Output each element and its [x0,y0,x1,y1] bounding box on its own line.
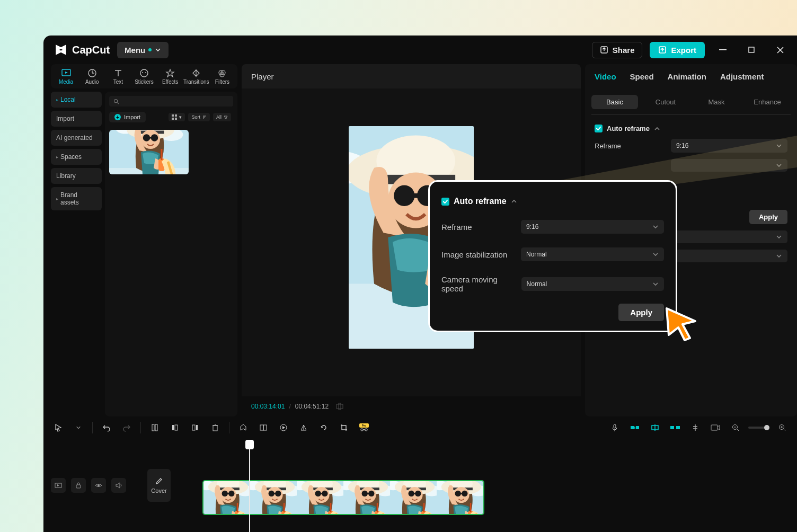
smart-cut-button[interactable]: Pro [357,420,371,435]
side-item-import[interactable]: Import [51,111,102,127]
selection-tool-dropdown[interactable] [71,420,86,435]
crop-button[interactable] [336,420,351,435]
timecode-total: 00:04:51:12 [295,403,329,410]
redo-button[interactable] [119,420,134,435]
auto-reframe-checkbox-row[interactable]: Auto reframe [595,121,787,136]
collapse-icon [511,198,517,205]
share-button[interactable]: Share [592,42,643,58]
inspector-tab-adjustment[interactable]: Adjustment [720,72,764,81]
window-close-button[interactable] [769,39,791,60]
media-search-input[interactable] [109,96,233,107]
reframe-select[interactable]: 9:16 [671,139,787,153]
selection-tool[interactable] [51,420,66,435]
playhead[interactable] [249,441,250,532]
tab-effects[interactable]: Effects [157,68,183,85]
subtab-basic[interactable]: Basic [591,95,638,109]
tab-stickers[interactable]: Stickers [131,68,157,85]
rotate-button[interactable] [316,420,331,435]
chevron-down-icon [652,281,659,287]
snap-3[interactable] [668,420,683,435]
callout-apply-button[interactable]: Apply [618,304,664,321]
share-label: Share [613,46,635,55]
svg-point-58 [98,484,100,486]
video-clip[interactable] [202,480,484,515]
align-button[interactable] [688,420,703,435]
select-extra-2[interactable] [671,250,787,262]
auto-reframe-checkbox[interactable] [595,125,603,132]
callout-reframe-select[interactable]: 9:16 [521,220,664,234]
mirror-button[interactable] [296,420,311,435]
export-button[interactable]: Export [650,42,705,58]
reframe-select-2[interactable] [671,159,787,172]
import-button[interactable]: +Import [109,112,146,122]
group-button[interactable] [256,420,271,435]
callout-auto-reframe-checkbox[interactable] [441,198,449,206]
tab-media[interactable]: Media [53,68,79,85]
svg-rect-51 [670,426,674,429]
menu-button[interactable]: Menu [117,42,169,58]
callout-reframe-label: Reframe [441,223,472,232]
track-mute-icon[interactable] [111,478,126,493]
media-bin: +Import ▾ Sort All [105,92,237,416]
side-item-local[interactable]: ▸Local [51,92,102,108]
trim-left-button[interactable] [167,420,182,435]
apply-button[interactable]: Apply [749,210,787,224]
export-icon [658,46,667,54]
side-item-brand[interactable]: ▸Brand assets [51,187,102,210]
delete-button[interactable] [208,420,223,435]
svg-rect-46 [614,424,616,428]
side-item-spaces[interactable]: ▸Spaces [51,149,102,165]
sort-button[interactable]: Sort [188,113,210,121]
svg-rect-29 [175,118,177,120]
svg-point-21 [145,72,146,73]
snap-2[interactable] [648,420,662,435]
tab-audio[interactable]: Audio [79,68,105,85]
chevron-down-icon [776,143,782,149]
tab-text[interactable]: Text [105,68,131,85]
marker-button[interactable] [236,420,251,435]
svg-rect-49 [634,427,635,429]
select-extra-1[interactable] [671,230,787,243]
svg-point-45 [365,429,367,431]
split-button[interactable] [147,420,162,435]
svg-rect-32 [152,424,154,431]
speed-button[interactable] [276,420,291,435]
svg-rect-16 [749,47,754,52]
tab-filters[interactable]: Filters [209,68,235,85]
inspector-tab-video[interactable]: Video [595,72,616,81]
snap-1[interactable] [627,420,642,435]
subtab-mask[interactable]: Mask [693,95,740,109]
zoom-in-button[interactable] [775,420,790,435]
preview-button[interactable] [708,420,723,435]
side-item-ai[interactable]: AI generated [51,130,102,146]
aspect-icon[interactable] [336,403,343,410]
window-maximize-button[interactable] [741,39,762,60]
track-video-icon[interactable] [51,478,66,493]
undo-button[interactable] [99,420,114,435]
callout-camspeed-select[interactable]: Normal [521,277,664,291]
inspector-tab-animation[interactable]: Animation [668,72,706,81]
filter-all-button[interactable]: All [213,113,231,121]
mic-button[interactable] [607,420,622,435]
inspector-tab-speed[interactable]: Speed [630,72,654,81]
track-lock-icon[interactable] [71,478,86,493]
trim-right-button[interactable] [188,420,202,435]
callout-auto-reframe-row[interactable]: Auto reframe [441,193,664,209]
subtab-cutout[interactable]: Cutout [642,95,689,109]
track-visible-icon[interactable] [91,478,106,493]
zoom-slider[interactable] [748,427,769,429]
subtab-enhance[interactable]: Enhance [744,95,791,109]
timeline-body[interactable]: Cover [43,439,797,532]
svg-rect-30 [336,404,343,409]
callout-stabilization-select[interactable]: Normal [521,247,664,261]
media-thumbnail[interactable] [109,130,189,174]
callout-camspeed-value: Normal [527,280,547,288]
side-item-library[interactable]: Library [51,168,102,184]
window-minimize-button[interactable] [712,39,733,60]
svg-rect-57 [76,485,81,488]
source-list: ▸Local Import AI generated ▸Spaces Libra… [51,92,102,416]
view-grid-button[interactable]: ▾ [169,113,185,121]
zoom-out-button[interactable] [728,420,743,435]
tab-transitions[interactable]: Transitions [183,68,209,85]
cover-button[interactable]: Cover [147,469,171,502]
